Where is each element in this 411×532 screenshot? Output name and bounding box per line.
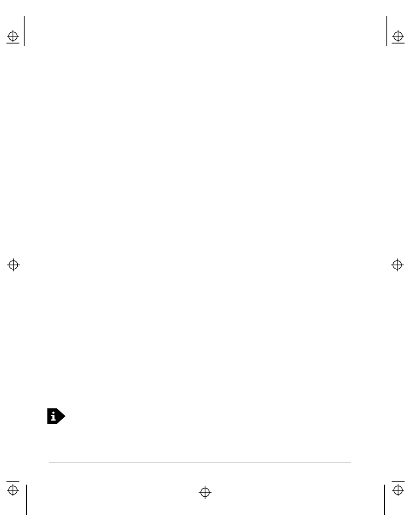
svg-marker-29	[47, 408, 65, 424]
svg-point-30	[52, 411, 54, 414]
registration-mark-bottom-right	[381, 478, 405, 515]
svg-rect-33	[51, 420, 56, 421]
svg-rect-32	[51, 415, 53, 416]
info-arrow-icon	[47, 408, 65, 426]
registration-mark-top-left	[6, 16, 28, 46]
registration-mark-left	[7, 258, 20, 271]
registration-mark-top-right	[383, 16, 405, 46]
content-divider	[49, 463, 351, 463]
registration-mark-bottom-left	[6, 478, 30, 515]
registration-mark-right	[391, 258, 404, 271]
registration-mark-bottom-center	[199, 486, 212, 499]
